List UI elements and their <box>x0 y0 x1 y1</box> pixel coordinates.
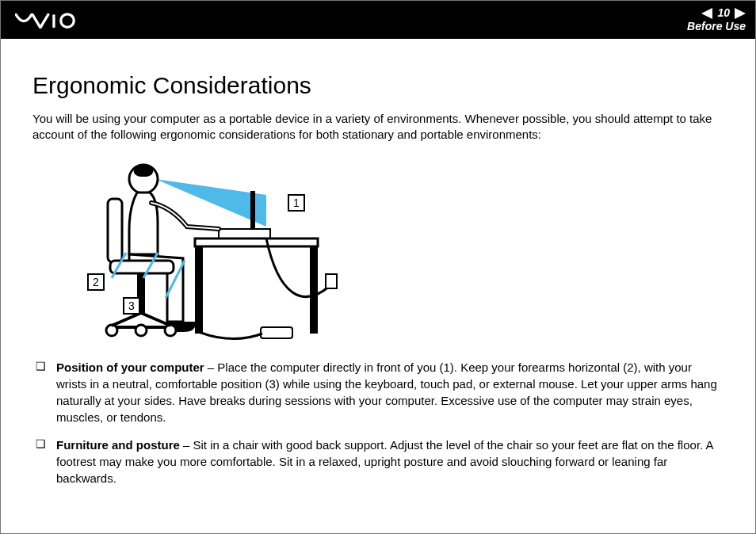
svg-point-15 <box>106 325 117 336</box>
prev-page-arrow-icon[interactable] <box>701 8 712 19</box>
svg-rect-7 <box>310 246 318 334</box>
callout-1-text: 1 <box>293 196 300 209</box>
svg-point-17 <box>165 325 176 336</box>
ergonomics-illustration: 1 2 3 <box>64 151 342 349</box>
svg-line-18 <box>112 313 141 326</box>
document-page: 10 Before Use Ergonomic Considerations Y… <box>0 0 756 534</box>
list-item: Furniture and posture – Sit in a chair w… <box>32 437 724 486</box>
page-title: Ergonomic Considerations <box>32 72 724 99</box>
page-nav: 10 Before Use <box>687 6 746 33</box>
page-header: 10 Before Use <box>1 1 755 39</box>
bullet-list: Position of your computer – Place the co… <box>32 359 724 486</box>
svg-rect-8 <box>326 274 337 288</box>
vaio-logo-svg <box>15 11 102 29</box>
next-page-arrow-icon[interactable] <box>735 8 746 19</box>
svg-rect-6 <box>195 246 203 334</box>
list-item: Position of your computer – Place the co… <box>32 359 724 425</box>
bullet-title: Position of your computer <box>56 360 204 374</box>
intro-paragraph: You will be using your computer as a por… <box>32 111 724 143</box>
svg-rect-3 <box>250 191 255 231</box>
page-content: Ergonomic Considerations You will be usi… <box>1 39 755 486</box>
svg-marker-4 <box>219 229 270 238</box>
svg-rect-0 <box>52 14 55 28</box>
svg-rect-5 <box>195 238 318 246</box>
ergonomics-figure: 1 2 3 <box>64 151 724 353</box>
svg-point-1 <box>61 14 74 27</box>
page-number: 10 <box>717 6 730 20</box>
callout-2-text: 2 <box>93 276 99 288</box>
svg-rect-11 <box>108 199 122 262</box>
section-label: Before Use <box>687 20 746 33</box>
bullet-title: Furniture and posture <box>56 438 180 452</box>
svg-line-19 <box>141 313 170 326</box>
svg-rect-9 <box>261 327 292 338</box>
callout-3-text: 3 <box>128 299 135 312</box>
vaio-logo <box>15 11 102 29</box>
svg-point-16 <box>136 325 147 336</box>
svg-marker-2 <box>155 179 266 227</box>
